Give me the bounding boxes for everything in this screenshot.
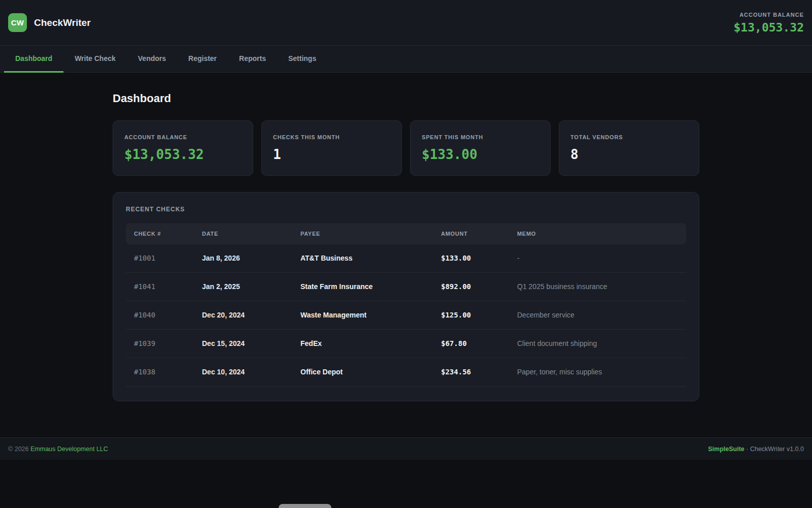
stat-card-total-vendors: TOTAL VENDORS 8 bbox=[559, 120, 699, 176]
bottom-cutoff-tooltip-fragment bbox=[279, 504, 331, 508]
table-column-header: PAYEE bbox=[292, 223, 433, 244]
stat-value: $133.00 bbox=[422, 147, 539, 162]
app-logo: CW bbox=[8, 13, 27, 32]
tab-reports[interactable]: Reports bbox=[228, 46, 277, 73]
footer-version: SimpleSuite · CheckWriter v1.0.0 bbox=[708, 446, 804, 453]
nav-tab-label: Dashboard bbox=[15, 54, 52, 62]
cell-check-number: #1038 bbox=[126, 358, 194, 387]
table-column-header: AMOUNT bbox=[433, 223, 509, 244]
cell-date: Dec 10, 2024 bbox=[194, 358, 292, 387]
cell-memo: - bbox=[509, 244, 686, 273]
table-row: #1039 Dec 15, 2024 FedEx $67.80 Client d… bbox=[126, 330, 686, 358]
table-body: #1001 Jan 8, 2026 AT&T Business $133.00 … bbox=[126, 244, 686, 387]
table-header-row: CHECK #DATEPAYEEAMOUNTMEMO bbox=[126, 223, 686, 244]
account-balance-value: $13,053.32 bbox=[734, 21, 804, 34]
brand: CW CheckWriter bbox=[8, 13, 91, 32]
app-footer: © 2026 Emmaus Development LLC SimpleSuit… bbox=[0, 437, 812, 460]
cell-amount: $125.00 bbox=[433, 301, 509, 330]
stat-card-account-balance: ACCOUNT BALANCE $13,053.32 bbox=[113, 120, 253, 176]
stats-grid: ACCOUNT BALANCE $13,053.32 CHECKS THIS M… bbox=[113, 120, 699, 176]
recent-checks-panel: RECENT CHECKS CHECK #DATEPAYEEAMOUNTMEMO… bbox=[113, 192, 699, 401]
stat-value: 8 bbox=[570, 147, 688, 162]
cell-amount: $234.56 bbox=[433, 358, 509, 387]
header-account-balance: ACCOUNT BALANCE $13,053.32 bbox=[734, 12, 804, 34]
cell-memo: December service bbox=[509, 301, 686, 330]
cell-payee: Office Depot bbox=[292, 358, 433, 387]
account-balance-label: ACCOUNT BALANCE bbox=[734, 12, 804, 18]
table-row: #1040 Dec 20, 2024 Waste Management $125… bbox=[126, 301, 686, 330]
cell-amount: $133.00 bbox=[433, 244, 509, 273]
app-logo-text: CW bbox=[11, 18, 24, 27]
nav-tab-label: Settings bbox=[288, 54, 316, 62]
recent-checks-title: RECENT CHECKS bbox=[126, 206, 686, 213]
table-row: #1038 Dec 10, 2024 Office Depot $234.56 … bbox=[126, 358, 686, 387]
cell-date: Jan 8, 2026 bbox=[194, 244, 292, 273]
stat-card-spent-this-month: SPENT THIS MONTH $133.00 bbox=[410, 120, 551, 176]
recent-checks-table: CHECK #DATEPAYEEAMOUNTMEMO #1001 Jan 8, … bbox=[126, 223, 686, 387]
cell-memo: Paper, toner, misc supplies bbox=[509, 358, 686, 387]
cell-date: Jan 2, 2025 bbox=[194, 273, 292, 301]
cell-check-number: #1039 bbox=[126, 330, 194, 358]
cell-check-number: #1041 bbox=[126, 273, 194, 301]
cell-check-number: #1040 bbox=[126, 301, 194, 330]
stat-label: CHECKS THIS MONTH bbox=[273, 134, 390, 140]
table-column-header: MEMO bbox=[509, 223, 686, 244]
stat-label: SPENT THIS MONTH bbox=[422, 134, 539, 140]
table-column-header: CHECK # bbox=[126, 223, 194, 244]
cell-payee: FedEx bbox=[292, 330, 433, 358]
tab-dashboard[interactable]: Dashboard bbox=[4, 46, 63, 73]
cell-memo: Client document shipping bbox=[509, 330, 686, 358]
nav-tab-label: Write Check bbox=[75, 54, 116, 62]
app-title: CheckWriter bbox=[34, 17, 91, 28]
tab-write-check[interactable]: Write Check bbox=[63, 46, 127, 73]
cell-check-number: #1001 bbox=[126, 244, 194, 273]
company-link[interactable]: Emmaus Development LLC bbox=[30, 446, 108, 453]
table-row: #1001 Jan 8, 2026 AT&T Business $133.00 … bbox=[126, 244, 686, 273]
cell-payee: AT&T Business bbox=[292, 244, 433, 273]
tab-settings[interactable]: Settings bbox=[277, 46, 327, 73]
tab-register[interactable]: Register bbox=[177, 46, 228, 73]
stat-label: ACCOUNT BALANCE bbox=[124, 134, 242, 140]
suite-name-link[interactable]: SimpleSuite bbox=[708, 446, 745, 453]
version-text: · CheckWriter v1.0.0 bbox=[745, 446, 804, 453]
copyright-text: © 2026 bbox=[8, 446, 30, 453]
cell-amount: $892.00 bbox=[433, 273, 509, 301]
stat-label: TOTAL VENDORS bbox=[570, 134, 688, 140]
nav-tab-label: Vendors bbox=[138, 54, 166, 62]
stat-card-checks-this-month: CHECKS THIS MONTH 1 bbox=[261, 120, 402, 176]
stat-value: 1 bbox=[273, 147, 390, 162]
stat-value: $13,053.32 bbox=[124, 147, 242, 162]
table-row: #1041 Jan 2, 2025 State Farm Insurance $… bbox=[126, 273, 686, 301]
nav-tab-label: Reports bbox=[239, 54, 266, 62]
page-title: Dashboard bbox=[113, 92, 699, 105]
cell-payee: Waste Management bbox=[292, 301, 433, 330]
tab-vendors[interactable]: Vendors bbox=[127, 46, 177, 73]
cell-memo: Q1 2025 business insurance bbox=[509, 273, 686, 301]
main-content: Dashboard ACCOUNT BALANCE $13,053.32 CHE… bbox=[0, 73, 812, 437]
table-column-header: DATE bbox=[194, 223, 292, 244]
main-nav: Dashboard Write Check Vendors Register R… bbox=[0, 46, 812, 73]
cell-date: Dec 15, 2024 bbox=[194, 330, 292, 358]
app-header: CW CheckWriter ACCOUNT BALANCE $13,053.3… bbox=[0, 0, 812, 46]
footer-copyright: © 2026 Emmaus Development LLC bbox=[8, 446, 108, 453]
cell-date: Dec 20, 2024 bbox=[194, 301, 292, 330]
cell-amount: $67.80 bbox=[433, 330, 509, 358]
nav-tab-label: Register bbox=[188, 54, 217, 62]
cell-payee: State Farm Insurance bbox=[292, 273, 433, 301]
